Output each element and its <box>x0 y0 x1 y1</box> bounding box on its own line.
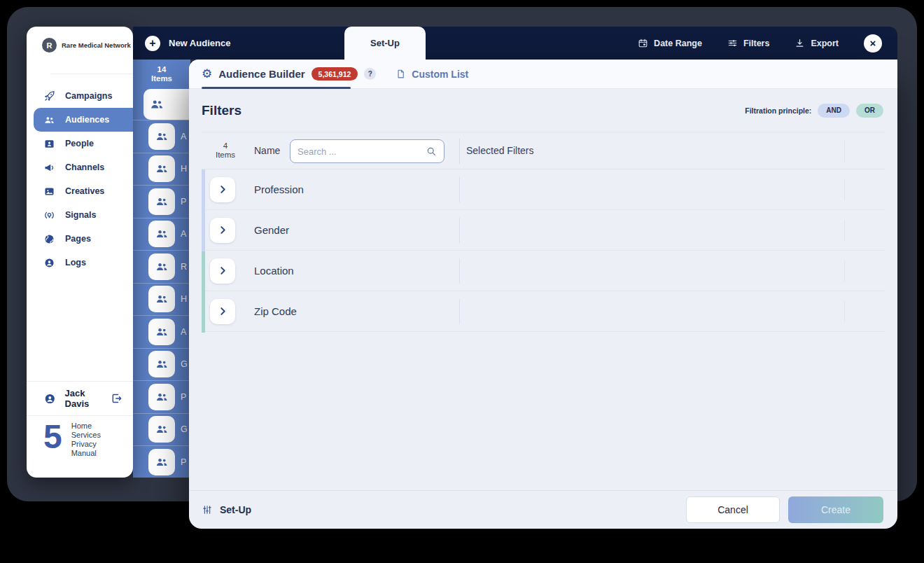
footer-link-services[interactable]: Services <box>71 431 101 440</box>
tab-audience-builder[interactable]: ⚙ Audience Builder 5,361,912 ? <box>202 67 376 81</box>
export-button[interactable]: Export <box>794 38 839 48</box>
audience-item-tile[interactable] <box>148 188 175 215</box>
audience-list-item[interactable]: H <box>133 153 190 186</box>
expand-profession-button[interactable] <box>210 177 235 202</box>
audience-list-item[interactable]: H <box>133 283 190 316</box>
create-button[interactable]: Create <box>788 496 883 523</box>
audience-item-tile[interactable] <box>148 384 175 410</box>
cancel-button[interactable]: Cancel <box>686 496 780 523</box>
audience-item-label: P <box>181 392 186 402</box>
audience-item-label: A <box>181 327 186 337</box>
audiences-icon <box>43 114 55 126</box>
audience-item-tile[interactable] <box>148 319 175 345</box>
audience-list-item[interactable]: A <box>133 315 190 348</box>
audience-group-icon <box>155 455 169 469</box>
name-column-header: Name <box>254 145 280 156</box>
filters-button[interactable]: Filters <box>727 38 770 48</box>
sidebar-item-creatives[interactable]: Creatives <box>27 179 133 203</box>
audience-list-item[interactable]: G <box>133 413 190 446</box>
vertical-sliders-icon <box>202 504 213 515</box>
audience-size-badge: 5,361,912 <box>312 67 358 81</box>
search-icon[interactable] <box>426 146 437 157</box>
audience-item-tile[interactable] <box>148 253 175 280</box>
audience-list-item[interactable]: A <box>133 120 190 153</box>
plus-icon: + <box>145 36 160 51</box>
sidebar-user-section: Jack Davis <box>27 381 133 416</box>
audience-item-label: H <box>181 294 187 304</box>
audience-item-tile[interactable] <box>148 351 175 377</box>
filter-row-location: Location <box>202 251 885 291</box>
audience-list-item[interactable]: P <box>133 185 190 218</box>
help-button[interactable]: ? <box>364 68 376 80</box>
sidebar-item-signals[interactable]: Signals <box>27 203 133 227</box>
person-circle-icon <box>43 257 55 269</box>
globe-icon <box>43 233 55 245</box>
search-input[interactable] <box>298 146 426 157</box>
audience-item-tile[interactable] <box>148 449 175 475</box>
footer-link-home[interactable]: Home <box>71 422 101 431</box>
filtration-principle: Filtration principle: AND OR <box>745 104 883 118</box>
numeral-5-logo: 5 <box>43 420 62 458</box>
audience-builder-modal: ⚙ Audience Builder 5,361,912 ? Custom Li… <box>189 60 897 529</box>
audience-item-label: G <box>181 359 188 369</box>
filter-table-header: 4 Items Name Selected Filters <box>202 132 885 169</box>
sidebar-item-campaigns[interactable]: Campaigns <box>27 84 133 108</box>
footer-link-privacy[interactable]: Privacy <box>71 440 101 449</box>
audience-list-item[interactable]: G <box>133 348 190 381</box>
selected-filters-header: Selected Filters <box>466 145 533 156</box>
audience-list-item[interactable]: R <box>133 250 190 283</box>
audience-item-label: A <box>181 132 186 141</box>
active-tab-underline <box>202 87 351 89</box>
audience-item-tile[interactable] <box>148 123 175 150</box>
chevron-right-icon <box>218 184 228 195</box>
expand-location-button[interactable] <box>210 258 235 284</box>
filters-title: Filters <box>202 103 241 118</box>
signal-bulb-icon <box>43 209 55 221</box>
audience-item-tile[interactable] <box>148 221 175 247</box>
audience-item-label: H <box>181 164 187 174</box>
sidebar-nav: Campaigns Audiences People Channels Crea… <box>27 84 133 274</box>
and-toggle[interactable]: AND <box>818 104 850 118</box>
or-toggle[interactable]: OR <box>856 104 883 118</box>
user-name: Jack Davis <box>65 388 111 409</box>
sidebar-divider <box>50 74 133 74</box>
tab-set-up[interactable]: Set-Up <box>344 27 426 60</box>
new-audience-button[interactable]: + New Audience <box>145 36 230 51</box>
audience-group-icon <box>155 325 169 339</box>
expand-gender-button[interactable] <box>210 218 235 243</box>
brand: R Rare Medical Network <box>27 27 133 53</box>
footer-link-manual[interactable]: Manual <box>71 449 101 458</box>
audience-count: 14 Items <box>133 60 190 89</box>
tab-custom-list[interactable]: Custom List <box>396 69 468 80</box>
audience-list-item[interactable]: P <box>133 380 190 413</box>
footer-set-up[interactable]: Set-Up <box>202 504 251 515</box>
audience-item-tile[interactable] <box>148 286 175 312</box>
sidebar-item-audiences[interactable]: Audiences <box>34 108 133 132</box>
sidebar-footer: 5 Home Services Privacy Manual <box>43 416 101 458</box>
filter-search-box[interactable] <box>290 139 444 163</box>
brand-logo-icon: R <box>42 38 57 53</box>
filters-header: Filters Filtration principle: AND OR <box>189 89 897 132</box>
sidebar-item-people[interactable]: People <box>27 132 133 155</box>
date-range-button[interactable]: Date Range <box>638 38 702 48</box>
top-bar-actions: Date Range Filters Export × <box>638 34 882 53</box>
close-button[interactable]: × <box>864 34 882 53</box>
user-avatar-icon <box>43 392 57 405</box>
audience-list-item[interactable]: P <box>133 445 190 478</box>
sidebar-item-pages[interactable]: Pages <box>27 227 133 251</box>
audience-item-tile[interactable] <box>148 416 175 443</box>
logout-icon[interactable] <box>111 392 123 405</box>
audience-item-tile[interactable] <box>148 155 175 182</box>
chevron-right-icon <box>218 306 228 317</box>
column-divider <box>459 139 460 164</box>
chevron-right-icon <box>218 265 228 276</box>
audience-group-icon <box>155 260 169 274</box>
expand-zip-code-button[interactable] <box>210 299 235 324</box>
sidebar-item-channels[interactable]: Channels <box>27 155 133 179</box>
column-divider <box>844 141 845 162</box>
sidebar-item-logs[interactable]: Logs <box>27 251 133 274</box>
footer-links: Home Services Privacy Manual <box>71 422 101 458</box>
audience-item-selected[interactable] <box>144 89 190 120</box>
image-icon <box>43 186 55 197</box>
audience-list-item[interactable]: A <box>133 218 190 251</box>
